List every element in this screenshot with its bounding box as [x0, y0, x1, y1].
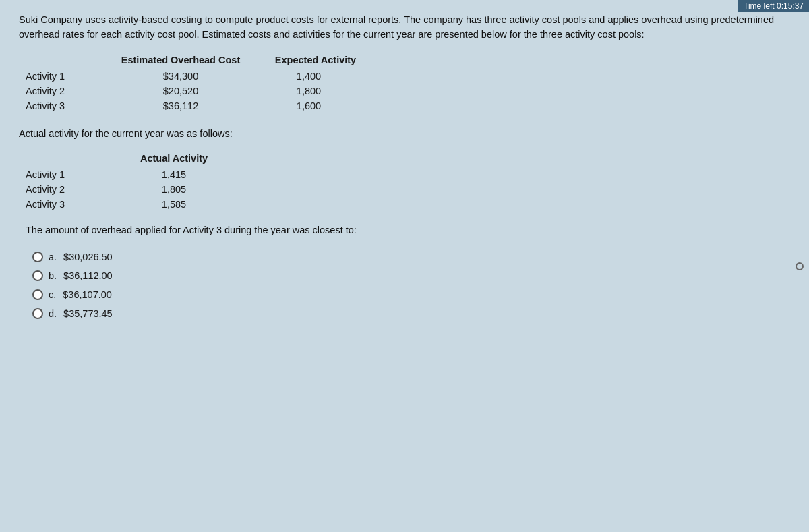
actual-activity2-label: Activity 2 — [26, 184, 113, 195]
option-d-radio[interactable] — [32, 308, 43, 319]
section-divider: Actual activity for the current year was… — [19, 126, 790, 141]
expected-activity-header: Expected Activity — [248, 55, 383, 65]
estimated-table-section: Estimated Overhead Cost Expected Activit… — [26, 55, 790, 111]
timer-bar: Time left 0:15:37 — [738, 0, 809, 12]
intro-paragraph: Suki Company uses activity-based costing… — [19, 12, 790, 42]
actual-activity-header: Actual Activity — [113, 153, 235, 164]
activity1-label: Activity 1 — [26, 71, 113, 82]
actual-table-header: Actual Activity — [113, 153, 790, 164]
option-b-value: $36,112.00 — [63, 270, 113, 281]
actual-activity3-value: 1,585 — [113, 199, 235, 210]
actual-row-2: Activity 2 1,805 — [26, 184, 790, 195]
option-c-radio[interactable] — [32, 289, 43, 300]
option-b-letter: b. — [49, 270, 57, 281]
question-text: The amount of overhead applied for Activ… — [26, 225, 790, 235]
activity2-cost: $20,520 — [113, 86, 248, 96]
option-d-letter: d. — [49, 308, 57, 319]
activity3-cost: $36,112 — [113, 100, 248, 111]
option-a-row[interactable]: a. $30,026.50 — [32, 252, 790, 262]
option-c-row[interactable]: c. $36,107.00 — [32, 289, 790, 300]
estimated-row-3: Activity 3 $36,112 1,600 — [26, 100, 790, 111]
option-d-value: $35,773.45 — [63, 308, 113, 319]
activity1-cost: $34,300 — [113, 71, 248, 82]
option-a-letter: a. — [49, 252, 57, 262]
estimated-row-2: Activity 2 $20,520 1,800 — [26, 86, 790, 96]
activity3-label: Activity 3 — [26, 100, 113, 111]
main-container: Time left 0:15:37 Suki Company uses acti… — [0, 0, 809, 532]
actual-row-3: Activity 3 1,585 — [26, 199, 790, 210]
actual-activity1-label: Activity 1 — [26, 169, 113, 180]
activity2-expected: 1,800 — [248, 86, 369, 96]
activity3-expected: 1,600 — [248, 100, 369, 111]
activity2-label: Activity 2 — [26, 86, 113, 96]
options-section: a. $30,026.50 b. $36,112.00 c. $36,107.0… — [32, 252, 790, 319]
actual-intro-text: Actual activity for the current year was… — [19, 126, 790, 141]
option-c-value: $36,107.00 — [63, 289, 112, 300]
estimated-cost-header: Estimated Overhead Cost — [113, 55, 248, 65]
estimated-row-1: Activity 1 $34,300 1,400 — [26, 71, 790, 82]
actual-activity3-label: Activity 3 — [26, 199, 113, 210]
actual-row-1: Activity 1 1,415 — [26, 169, 790, 180]
option-d-row[interactable]: d. $35,773.45 — [32, 308, 790, 319]
actual-activity1-value: 1,415 — [113, 169, 235, 180]
scroll-indicator — [796, 262, 804, 270]
option-c-letter: c. — [49, 289, 56, 300]
option-a-radio[interactable] — [32, 252, 43, 262]
option-b-row[interactable]: b. $36,112.00 — [32, 270, 790, 281]
timer-text: Time left 0:15:37 — [744, 1, 804, 11]
actual-table-section: Actual Activity Activity 1 1,415 Activit… — [26, 153, 790, 210]
option-a-value: $30,026.50 — [63, 252, 113, 262]
activity1-expected: 1,400 — [248, 71, 369, 82]
actual-activity2-value: 1,805 — [113, 184, 235, 195]
estimated-table-header: Estimated Overhead Cost Expected Activit… — [113, 55, 790, 65]
option-b-radio[interactable] — [32, 270, 43, 281]
